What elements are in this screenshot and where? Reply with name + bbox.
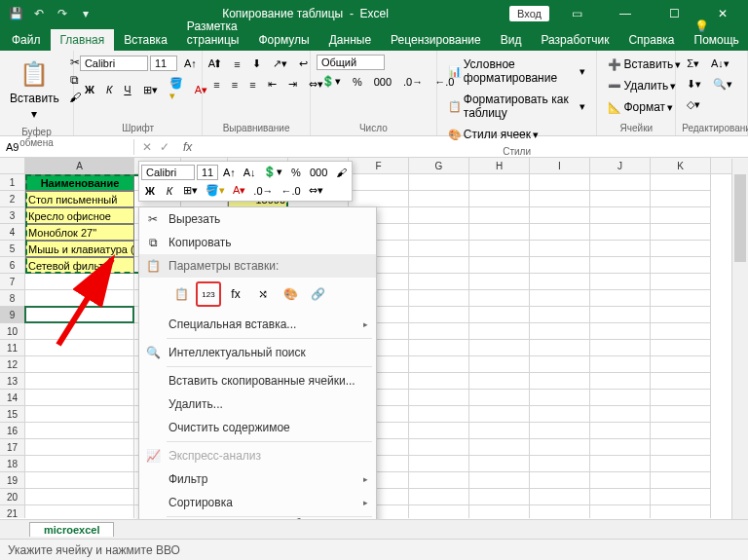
cell[interactable] xyxy=(530,257,590,274)
cell[interactable] xyxy=(530,224,590,241)
cell[interactable] xyxy=(409,191,469,207)
cell[interactable] xyxy=(590,257,651,274)
row-header-17[interactable]: 17 xyxy=(0,439,24,456)
cell[interactable] xyxy=(651,456,711,472)
orientation-icon[interactable]: ↗▾ xyxy=(268,55,292,73)
cell[interactable] xyxy=(469,307,530,323)
cell[interactable] xyxy=(530,323,590,340)
cell[interactable] xyxy=(590,373,651,390)
cell[interactable] xyxy=(530,290,590,307)
cell[interactable] xyxy=(590,241,651,257)
cell[interactable] xyxy=(25,472,134,489)
cell[interactable] xyxy=(651,505,711,518)
cell[interactable] xyxy=(651,207,711,224)
cell[interactable] xyxy=(409,307,469,323)
cell[interactable] xyxy=(469,274,530,290)
cell[interactable] xyxy=(530,207,590,224)
percent-icon[interactable]: % xyxy=(348,73,367,91)
cm-filter[interactable]: Фильтр▸ xyxy=(139,467,376,491)
cell[interactable] xyxy=(469,241,530,257)
cell[interactable] xyxy=(651,174,711,191)
font-name-input[interactable] xyxy=(80,56,148,71)
signin-button[interactable]: Вход xyxy=(509,6,549,21)
cell[interactable] xyxy=(530,439,590,456)
cell[interactable] xyxy=(25,423,134,439)
currency-icon[interactable]: 💲▾ xyxy=(317,72,346,91)
cell[interactable] xyxy=(530,423,590,439)
cell[interactable] xyxy=(651,257,711,274)
cell[interactable] xyxy=(530,274,590,290)
cell[interactable] xyxy=(25,505,134,518)
cell[interactable] xyxy=(530,174,590,191)
cell[interactable] xyxy=(651,224,711,241)
cell[interactable] xyxy=(530,191,590,207)
cell[interactable] xyxy=(530,241,590,257)
cell[interactable] xyxy=(469,439,530,456)
mini-comma-icon[interactable]: 000 xyxy=(307,165,330,180)
cell[interactable] xyxy=(25,307,134,323)
col-header-F[interactable]: F xyxy=(349,158,409,173)
cell[interactable] xyxy=(651,290,711,307)
save-icon[interactable]: 💾 xyxy=(8,6,23,21)
cell[interactable] xyxy=(590,174,651,191)
cell[interactable] xyxy=(590,274,651,290)
cell[interactable] xyxy=(25,274,134,290)
cell[interactable] xyxy=(651,340,711,356)
align-bot-icon[interactable]: ⬇ xyxy=(247,55,266,73)
cancel-formula-icon[interactable]: ✕ xyxy=(142,140,152,154)
mini-bold[interactable]: Ж xyxy=(141,183,159,199)
mini-grow-font[interactable]: A↑ xyxy=(220,165,239,180)
borders-icon[interactable]: ⊞▾ xyxy=(138,81,163,99)
cell[interactable] xyxy=(590,191,651,207)
clear-icon[interactable]: ◇▾ xyxy=(682,95,705,114)
cell[interactable] xyxy=(25,390,134,406)
row-header-2[interactable]: 2 xyxy=(0,191,24,207)
cell[interactable] xyxy=(530,456,590,472)
cell[interactable] xyxy=(469,257,530,274)
cell[interactable] xyxy=(651,489,711,505)
fill-color-icon[interactable]: 🪣▾ xyxy=(165,74,188,105)
cell[interactable] xyxy=(590,307,651,323)
cell[interactable] xyxy=(409,174,469,191)
cell[interactable] xyxy=(469,207,530,224)
cell[interactable] xyxy=(590,406,651,423)
row-header-8[interactable]: 8 xyxy=(0,290,24,307)
cell[interactable] xyxy=(651,390,711,406)
sort-filter-icon[interactable]: A↓▾ xyxy=(706,55,734,73)
cell[interactable] xyxy=(651,241,711,257)
cell[interactable] xyxy=(590,456,651,472)
paste-button[interactable]: 📋Вставить ▾ xyxy=(6,55,63,125)
indent-inc-icon[interactable]: ⇥ xyxy=(283,75,302,93)
cell[interactable] xyxy=(25,373,134,390)
mini-font-size[interactable] xyxy=(197,165,218,180)
cell[interactable] xyxy=(25,439,134,456)
row-header-11[interactable]: 11 xyxy=(0,340,24,356)
cell[interactable] xyxy=(651,472,711,489)
cell[interactable] xyxy=(469,340,530,356)
cell[interactable] xyxy=(409,489,469,505)
cell[interactable] xyxy=(469,390,530,406)
align-right-icon[interactable]: ≡ xyxy=(244,76,260,93)
align-mid-icon[interactable]: ≡ xyxy=(229,56,244,73)
cell-styles-button[interactable]: 🎨 Стили ячеек ▾ xyxy=(443,125,543,144)
cell[interactable] xyxy=(590,390,651,406)
row-header-10[interactable]: 10 xyxy=(0,323,24,340)
cell[interactable] xyxy=(530,472,590,489)
cell[interactable] xyxy=(349,191,409,207)
cell[interactable] xyxy=(409,472,469,489)
mini-borders-icon[interactable]: ⊞▾ xyxy=(180,182,201,199)
mini-fontcolor-icon[interactable]: A▾ xyxy=(230,182,248,199)
tab-file[interactable]: Файл xyxy=(2,29,51,51)
cm-copy[interactable]: ⧉Копировать xyxy=(139,231,376,254)
cell[interactable] xyxy=(469,290,530,307)
cell[interactable] xyxy=(651,423,711,439)
mini-currency-icon[interactable]: 💲▾ xyxy=(260,164,285,180)
cell[interactable] xyxy=(651,191,711,207)
comma-icon[interactable]: 000 xyxy=(369,73,396,91)
align-center-icon[interactable]: ≡ xyxy=(227,76,243,93)
vertical-scrollbar[interactable] xyxy=(731,159,748,519)
mini-shrink-font[interactable]: A↓ xyxy=(241,165,259,180)
row-header-5[interactable]: 5 xyxy=(0,241,24,257)
cell[interactable] xyxy=(651,307,711,323)
cell[interactable] xyxy=(651,274,711,290)
